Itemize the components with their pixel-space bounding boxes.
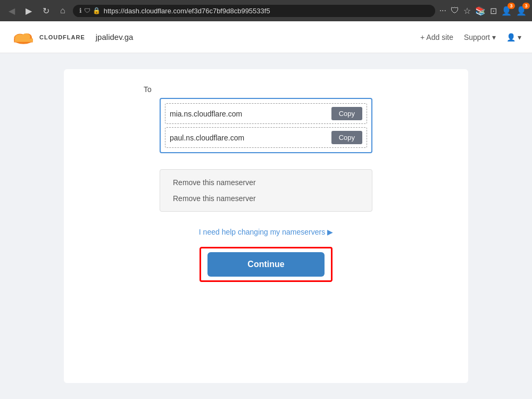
- url-text: https://dash.cloudflare.com/ef3d76c7bf9d…: [104, 7, 429, 15]
- reload-button[interactable]: ↻: [39, 4, 53, 18]
- nameserver-row-2: paul.ns.cloudflare.com Copy: [165, 127, 367, 148]
- nameserver-value-2: paul.ns.cloudflare.com: [170, 134, 327, 142]
- support-button[interactable]: Support ▾: [464, 33, 496, 41]
- lock-icon: 🔒: [93, 7, 101, 14]
- notif-badge-2: 3: [522, 3, 530, 9]
- remove-nameserver-link-2[interactable]: Remove this nameserver: [173, 194, 359, 203]
- nameservers-box: mia.ns.cloudflare.com Copy paul.ns.cloud…: [160, 98, 372, 153]
- app-header: CLOUDFLARE jpalidev.ga + Add site Suppor…: [0, 21, 532, 53]
- notif-1-wrapper[interactable]: 👤 3: [501, 6, 512, 16]
- forward-button[interactable]: ▶: [22, 4, 35, 18]
- browser-toolbar: ··· 🛡 ☆ 📚 ⊡ 👤 3 👤 3: [439, 6, 527, 16]
- notif-badge-1: 3: [508, 3, 515, 9]
- to-label: To: [144, 85, 152, 94]
- header-right: + Add site Support ▾ 👤 ▾: [420, 33, 521, 41]
- support-chevron-icon: ▾: [492, 33, 496, 41]
- security-icons: ℹ 🛡 🔒: [79, 7, 101, 14]
- main-card: To mia.ns.cloudflare.com Copy paul.ns.cl…: [64, 69, 468, 383]
- more-options-icon[interactable]: ···: [439, 6, 446, 15]
- nameserver-value-1: mia.ns.cloudflare.com: [170, 110, 327, 118]
- cloudflare-logo: [11, 28, 36, 47]
- svg-rect-6: [15, 38, 33, 41]
- bookmark-icon[interactable]: ☆: [463, 6, 471, 16]
- browser-chrome: ◀ ▶ ↻ ⌂ ℹ 🛡 🔒 https://dash.cloudflare.co…: [0, 0, 532, 21]
- copy-button-2[interactable]: Copy: [331, 131, 362, 144]
- notif-2-wrapper[interactable]: 👤 3: [516, 6, 527, 16]
- remove-nameserver-link-1[interactable]: Remove this nameserver: [173, 178, 359, 187]
- shield-icon: 🛡: [84, 7, 90, 14]
- copy-button-1[interactable]: Copy: [331, 107, 362, 120]
- help-text: I need help changing my nameservers: [199, 228, 325, 236]
- account-icon: 👤: [506, 33, 516, 41]
- continue-button[interactable]: Continue: [207, 252, 325, 277]
- account-chevron-icon: ▾: [518, 33, 521, 41]
- library-icon[interactable]: 📚: [475, 6, 486, 16]
- remove-nameservers-box: Remove this nameserver Remove this names…: [160, 169, 372, 212]
- account-button[interactable]: 👤 ▾: [506, 33, 521, 41]
- help-link[interactable]: I need help changing my nameservers ▶: [199, 228, 333, 236]
- address-bar[interactable]: ℹ 🛡 🔒 https://dash.cloudflare.com/ef3d76…: [73, 5, 435, 17]
- logo-text: CLOUDFLARE: [39, 34, 85, 40]
- add-site-button[interactable]: + Add site: [420, 33, 453, 41]
- back-button[interactable]: ◀: [5, 4, 18, 18]
- site-name: jpalidev.ga: [96, 32, 134, 41]
- nameserver-row-1: mia.ns.cloudflare.com Copy: [165, 103, 367, 124]
- continue-wrapper: Continue: [207, 252, 325, 277]
- window-icon[interactable]: ⊡: [490, 6, 497, 16]
- info-icon: ℹ: [79, 7, 82, 14]
- home-button[interactable]: ⌂: [57, 4, 69, 18]
- logo-area: CLOUDFLARE: [11, 28, 85, 47]
- support-label: Support: [464, 33, 490, 41]
- shield-check-icon[interactable]: 🛡: [451, 6, 459, 15]
- nameservers-section: To mia.ns.cloudflare.com Copy paul.ns.cl…: [85, 85, 447, 153]
- help-arrow-icon: ▶: [327, 228, 333, 236]
- page-body: To mia.ns.cloudflare.com Copy paul.ns.cl…: [0, 53, 532, 399]
